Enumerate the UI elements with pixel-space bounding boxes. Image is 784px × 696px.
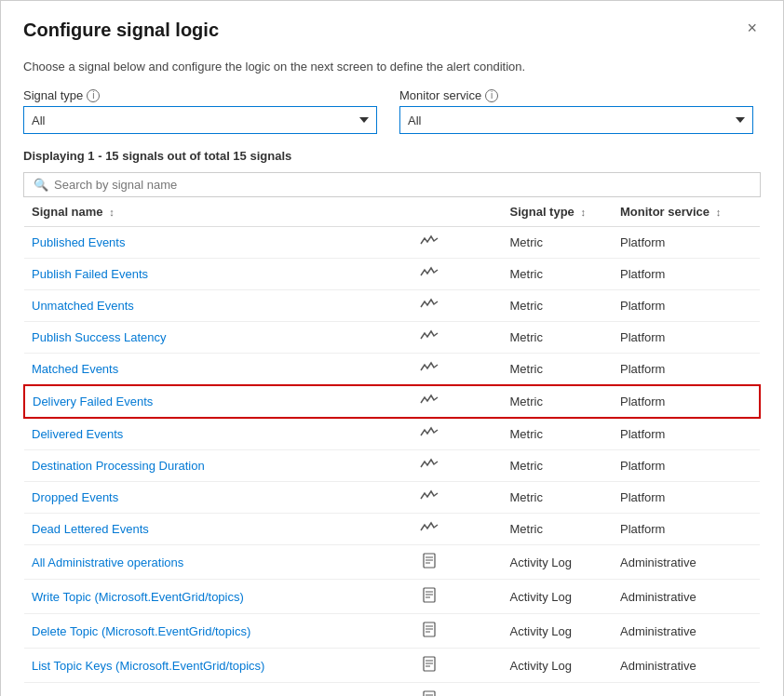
filters-row: Signal type i All Monitor service i All — [23, 88, 761, 134]
table-row[interactable]: Published Events MetricPlatform — [24, 227, 760, 259]
signal-name-link[interactable]: Publish Success Latency — [32, 330, 167, 344]
table-row[interactable]: Publish Success Latency MetricPlatform — [24, 322, 760, 354]
table-row[interactable]: Matched Events MetricPlatform — [24, 354, 760, 386]
col-header-icon — [356, 197, 503, 227]
dialog-body: Choose a signal below and configure the … — [1, 52, 783, 696]
signal-name-link[interactable]: Delete Topic (Microsoft.EventGrid/topics… — [32, 624, 250, 638]
table-row[interactable]: Unmatched Events MetricPlatform — [24, 290, 760, 322]
close-button[interactable]: × — [743, 20, 761, 36]
signal-name-link[interactable]: List Topic Keys (Microsoft.EventGrid/top… — [32, 659, 264, 673]
metric-icon — [420, 458, 439, 474]
signal-name-link[interactable]: Delivered Events — [32, 427, 123, 441]
table-row[interactable]: Regenerate Topic Key (Microsoft.EventGri… — [24, 683, 760, 697]
dialog-header: Configure signal logic × — [1, 1, 783, 52]
metric-icon — [420, 329, 439, 345]
signal-name-link[interactable]: Published Events — [32, 235, 125, 249]
signal-name-link[interactable]: Dropped Events — [32, 490, 118, 504]
table-header-row: Signal name ↕ Signal type ↕ Monitor serv… — [24, 197, 760, 227]
metric-icon — [420, 426, 439, 442]
activity-log-icon — [423, 587, 436, 606]
signal-type-select[interactable]: All — [23, 106, 377, 134]
metric-icon — [420, 489, 439, 505]
metric-icon — [420, 394, 439, 409]
sort-icon-signal-name[interactable]: ↕ — [109, 207, 115, 218]
monitor-service-info-icon[interactable]: i — [485, 89, 498, 102]
activity-log-icon — [423, 690, 436, 696]
metric-icon — [420, 521, 439, 537]
signal-name-link[interactable]: Dead Lettered Events — [32, 522, 149, 536]
signals-table: Signal name ↕ Signal type ↕ Monitor serv… — [23, 197, 761, 696]
signal-name-link[interactable]: Delivery Failed Events — [33, 395, 153, 408]
signal-name-link[interactable]: Write Topic (Microsoft.EventGrid/topics) — [32, 590, 244, 604]
table-row[interactable]: Write Topic (Microsoft.EventGrid/topics)… — [24, 580, 760, 614]
table-row[interactable]: List Topic Keys (Microsoft.EventGrid/top… — [24, 649, 760, 683]
sort-icon-signal-type[interactable]: ↕ — [580, 207, 586, 218]
search-icon: 🔍 — [34, 178, 48, 192]
table-row[interactable]: All Administrative operations Activity L… — [24, 545, 760, 580]
col-header-signal-type: Signal type ↕ — [503, 197, 614, 227]
dialog-description: Choose a signal below and configure the … — [23, 52, 761, 74]
monitor-service-label: Monitor service i — [399, 88, 753, 102]
metric-icon — [420, 298, 439, 314]
table-row[interactable]: Delete Topic (Microsoft.EventGrid/topics… — [24, 614, 760, 649]
metric-icon — [420, 266, 439, 282]
metric-icon — [420, 361, 439, 377]
signal-name-link[interactable]: Destination Processing Duration — [32, 459, 205, 473]
table-row[interactable]: Publish Failed Events MetricPlatform — [24, 259, 760, 290]
signal-name-link[interactable]: Unmatched Events — [32, 299, 134, 313]
signal-name-link[interactable]: Publish Failed Events — [32, 267, 148, 281]
dialog-title: Configure signal logic — [23, 20, 219, 41]
signal-name-link[interactable]: Matched Events — [32, 362, 118, 376]
activity-log-icon — [423, 553, 436, 571]
signal-name-link[interactable]: All Administrative operations — [32, 555, 183, 569]
displaying-text: Displaying 1 - 15 signals out of total 1… — [23, 149, 761, 163]
activity-log-icon — [423, 656, 436, 675]
table-row[interactable]: Destination Processing Duration MetricPl… — [24, 450, 760, 482]
table-row[interactable]: Delivery Failed Events MetricPlatform — [24, 385, 760, 418]
table-row[interactable]: Delivered Events MetricPlatform — [24, 418, 760, 450]
col-header-signal-name: Signal name ↕ — [24, 197, 356, 227]
search-input[interactable] — [54, 178, 750, 192]
table-row[interactable]: Dropped Events MetricPlatform — [24, 482, 760, 514]
sort-icon-monitor-service[interactable]: ↕ — [716, 207, 722, 218]
signal-type-info-icon[interactable]: i — [87, 89, 100, 102]
monitor-service-filter: Monitor service i All — [399, 88, 753, 134]
activity-log-icon — [423, 622, 436, 640]
col-header-monitor-service: Monitor service ↕ — [613, 197, 760, 227]
configure-signal-dialog: Configure signal logic × Choose a signal… — [0, 0, 784, 696]
search-bar: 🔍 — [23, 172, 761, 197]
signal-type-filter: Signal type i All — [23, 88, 377, 134]
monitor-service-select[interactable]: All — [399, 106, 753, 134]
metric-icon — [420, 234, 439, 250]
signal-type-label: Signal type i — [23, 88, 377, 102]
table-row[interactable]: Dead Lettered Events MetricPlatform — [24, 514, 760, 545]
signal-name-link[interactable]: Regenerate Topic Key (Microsoft.EventGri… — [32, 693, 304, 697]
